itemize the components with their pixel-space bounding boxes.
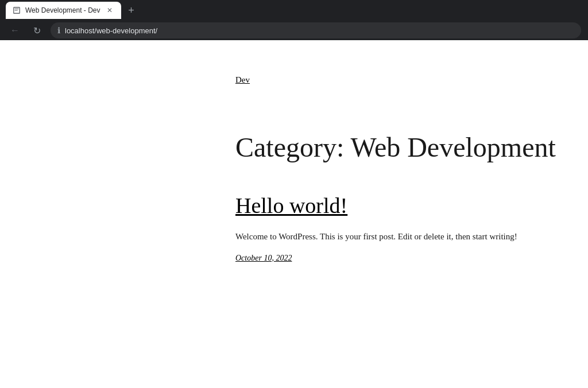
post-excerpt: Welcome to WordPress. This is your first… xyxy=(235,230,588,243)
browser-window: Web Development - Dev ✕ + ← ↻ ℹ localhos… xyxy=(0,0,588,40)
address-bar[interactable]: ℹ localhost/web-development/ xyxy=(51,22,581,38)
post-title-link[interactable]: Hello world! xyxy=(235,193,347,218)
category-heading: Category: Web Development xyxy=(235,131,588,164)
post-article: Hello world! Welcome to WordPress. This … xyxy=(235,193,588,263)
main-content: Category: Web Development Hello world! W… xyxy=(0,96,588,286)
post-title: Hello world! xyxy=(235,193,588,218)
page-content: Dev Category: Web Development Hello worl… xyxy=(0,40,588,388)
tab-bar: Web Development - Dev ✕ + xyxy=(0,0,588,21)
tab-close-button[interactable]: ✕ xyxy=(105,6,114,15)
back-button[interactable]: ← xyxy=(7,22,23,38)
info-icon: ℹ xyxy=(57,26,60,35)
refresh-button[interactable]: ↻ xyxy=(29,22,45,38)
tab-title: Web Development - Dev xyxy=(25,6,100,14)
active-tab[interactable]: Web Development - Dev ✕ xyxy=(6,2,121,19)
new-tab-button[interactable]: + xyxy=(123,2,140,18)
post-date: October 10, 2022 xyxy=(235,253,588,263)
site-header: Dev xyxy=(0,63,588,96)
tab-favicon xyxy=(13,6,21,14)
site-title-link[interactable]: Dev xyxy=(235,75,250,84)
address-bar-row: ← ↻ ℹ localhost/web-development/ xyxy=(0,21,588,40)
url-text: localhost/web-development/ xyxy=(65,26,157,35)
post-date-link[interactable]: October 10, 2022 xyxy=(235,254,292,262)
